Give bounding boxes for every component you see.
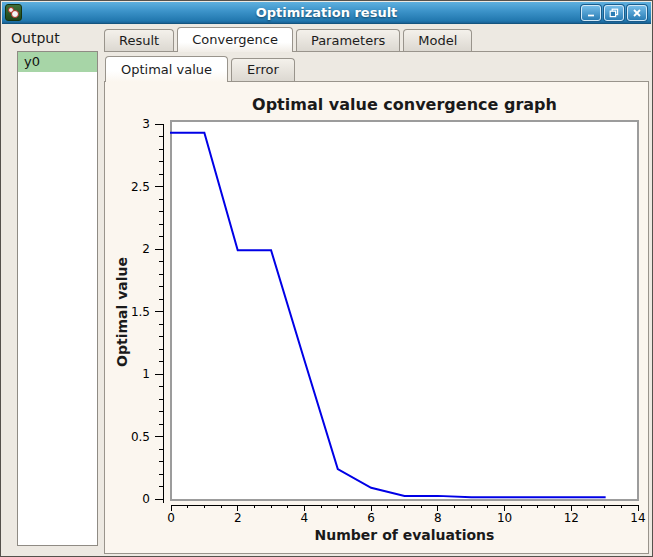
tab-optimal-value[interactable]: Optimal value: [105, 56, 228, 82]
svg-text:14: 14: [630, 511, 645, 525]
tab-model[interactable]: Model: [403, 29, 472, 51]
minimize-button[interactable]: [581, 5, 601, 21]
optimization-result-window: Optimization result Output: [0, 0, 653, 557]
svg-text:0: 0: [142, 492, 150, 506]
minimize-icon: [586, 8, 596, 18]
svg-text:8: 8: [434, 511, 442, 525]
output-header: Output: [11, 30, 103, 46]
svg-text:2: 2: [142, 242, 150, 256]
svg-text:3: 3: [142, 117, 150, 131]
svg-text:2: 2: [234, 511, 242, 525]
svg-text:0.5: 0.5: [131, 430, 150, 444]
svg-text:1.5: 1.5: [131, 305, 150, 319]
result-notebook: Result Convergence Parameters Model Opti…: [104, 24, 651, 555]
convergence-panel: 00.511.522.5302468101214Optimal value co…: [104, 81, 649, 554]
svg-text:10: 10: [497, 511, 512, 525]
window-title: Optimization result: [2, 5, 651, 20]
list-item-y0[interactable]: y0: [18, 52, 97, 72]
maximize-button[interactable]: [604, 5, 624, 21]
tab-result[interactable]: Result: [104, 29, 174, 51]
convergence-chart: 00.511.522.5302468101214Optimal value co…: [105, 82, 648, 555]
maximize-icon: [609, 8, 619, 18]
svg-text:12: 12: [564, 511, 579, 525]
svg-text:0: 0: [167, 511, 175, 525]
svg-text:6: 6: [367, 511, 375, 525]
svg-text:Optimal value: Optimal value: [114, 257, 130, 367]
close-icon: [632, 8, 642, 18]
main-tabbar: Result Convergence Parameters Model: [104, 28, 651, 52]
svg-text:4: 4: [301, 511, 309, 525]
titlebar[interactable]: Optimization result: [2, 2, 651, 24]
window-controls: [581, 5, 647, 21]
sub-tabbar: Optimal value Error: [104, 53, 651, 81]
output-list[interactable]: y0: [17, 51, 98, 546]
tab-error[interactable]: Error: [231, 58, 295, 81]
svg-text:Optimal value convergence grap: Optimal value convergence graph: [252, 95, 557, 114]
close-button[interactable]: [627, 5, 647, 21]
output-panel: Output y0: [2, 24, 103, 555]
svg-text:1: 1: [142, 367, 150, 381]
tab-parameters[interactable]: Parameters: [296, 29, 400, 51]
tab-convergence[interactable]: Convergence: [177, 27, 293, 52]
svg-text:2.5: 2.5: [131, 180, 150, 194]
svg-text:Number of evaluations: Number of evaluations: [315, 527, 495, 543]
